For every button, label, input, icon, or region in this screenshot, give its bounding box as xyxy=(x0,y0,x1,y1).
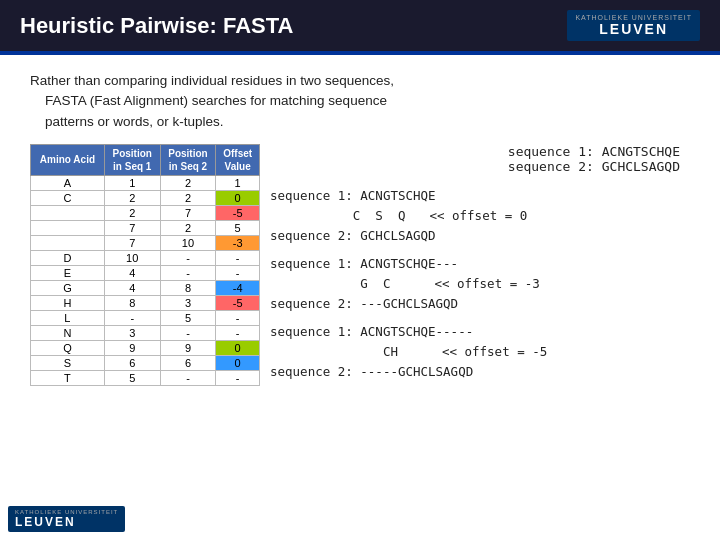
intro-paragraph: Rather than comparing individual residue… xyxy=(30,71,690,132)
table-cell-12-pos1: 6 xyxy=(104,355,160,370)
table-row: N3-- xyxy=(31,325,260,340)
logo-top-text: KATHOLIEKE UNIVERSITEIT xyxy=(575,14,692,21)
table-cell-10-pos2: - xyxy=(160,325,216,340)
table-row: H83-5 xyxy=(31,295,260,310)
bottom-logo-bottom: LEUVEN xyxy=(15,515,118,529)
table-cell-4-aa xyxy=(31,235,105,250)
alignment-section: sequence 1: ACNGTSCHQE C S Q<< offset = … xyxy=(270,182,690,390)
table-cell-7-pos1: 4 xyxy=(104,280,160,295)
table-cell-10-pos1: 3 xyxy=(104,325,160,340)
table-cell-5-offset: - xyxy=(216,250,260,265)
table-cell-0-pos2: 2 xyxy=(160,175,216,190)
table-row: L-5- xyxy=(31,310,260,325)
page-title: Heuristic Pairwise: FASTA xyxy=(20,13,293,39)
table-cell-8-pos1: 8 xyxy=(104,295,160,310)
table-cell-1-offset: 0 xyxy=(216,190,260,205)
table-cell-11-offset: 0 xyxy=(216,340,260,355)
table-row: Q990 xyxy=(31,340,260,355)
table-row: E4-- xyxy=(31,265,260,280)
col-amino-acid: Amino Acid xyxy=(31,144,105,175)
table-cell-7-pos2: 8 xyxy=(160,280,216,295)
table-cell-8-pos2: 3 xyxy=(160,295,216,310)
table-cell-10-offset: - xyxy=(216,325,260,340)
page-header: Heuristic Pairwise: FASTA KATHOLIEKE UNI… xyxy=(0,0,720,51)
align-seq2-2: sequence 2: -----GCHCLSAGQD xyxy=(270,362,690,382)
table-container: Amino Acid Positionin Seq 1 Positionin S… xyxy=(30,144,260,390)
col-offset: OffsetValue xyxy=(216,144,260,175)
table-cell-2-offset: -5 xyxy=(216,205,260,220)
table-cell-7-offset: -4 xyxy=(216,280,260,295)
table-cell-5-pos1: 10 xyxy=(104,250,160,265)
table-cell-13-aa: T xyxy=(31,370,105,385)
table-cell-9-aa: L xyxy=(31,310,105,325)
amino-acid-table: Amino Acid Positionin Seq 1 Positionin S… xyxy=(30,144,260,386)
table-cell-12-offset: 0 xyxy=(216,355,260,370)
table-row: D10-- xyxy=(31,250,260,265)
table-row: A121 xyxy=(31,175,260,190)
table-cell-3-pos2: 2 xyxy=(160,220,216,235)
align-middle-1: G C<< offset = -3 xyxy=(270,274,690,294)
table-cell-0-aa: A xyxy=(31,175,105,190)
table-row: S660 xyxy=(31,355,260,370)
table-cell-11-aa: Q xyxy=(31,340,105,355)
col-pos-seq2: Positionin Seq 2 xyxy=(160,144,216,175)
table-cell-4-pos1: 7 xyxy=(104,235,160,250)
align-seq1-2: sequence 1: ACNGTSCHQE----- xyxy=(270,322,690,342)
table-cell-2-aa xyxy=(31,205,105,220)
table-cell-0-offset: 1 xyxy=(216,175,260,190)
table-row: 27-5 xyxy=(31,205,260,220)
table-cell-0-pos1: 1 xyxy=(104,175,160,190)
table-cell-12-aa: S xyxy=(31,355,105,370)
table-cell-6-pos1: 4 xyxy=(104,265,160,280)
table-cell-8-aa: H xyxy=(31,295,105,310)
table-cell-13-pos2: - xyxy=(160,370,216,385)
table-row: 725 xyxy=(31,220,260,235)
table-cell-4-offset: -3 xyxy=(216,235,260,250)
align-block-2: sequence 1: ACNGTSCHQE----- CH<< offset … xyxy=(270,322,690,382)
table-cell-5-pos2: - xyxy=(160,250,216,265)
offset-label-1: << offset = -3 xyxy=(434,274,539,294)
table-row: 710-3 xyxy=(31,235,260,250)
align-block-1: sequence 1: ACNGTSCHQE--- G C<< offset =… xyxy=(270,254,690,314)
table-cell-4-pos2: 10 xyxy=(160,235,216,250)
offset-label-0: << offset = 0 xyxy=(429,206,527,226)
seq1-label: sequence 1: ACNGTSCHQE xyxy=(270,144,680,159)
table-cell-1-aa: C xyxy=(31,190,105,205)
seq-labels: sequence 1: ACNGTSCHQE sequence 2: GCHCL… xyxy=(270,144,690,174)
align-seq1-0: sequence 1: ACNGTSCHQE xyxy=(270,186,690,206)
table-cell-9-pos2: 5 xyxy=(160,310,216,325)
right-panel: sequence 1: ACNGTSCHQE sequence 2: GCHCL… xyxy=(270,144,690,390)
table-cell-10-aa: N xyxy=(31,325,105,340)
table-cell-6-offset: - xyxy=(216,265,260,280)
table-cell-8-offset: -5 xyxy=(216,295,260,310)
align-seq2-1: sequence 2: ---GCHCLSAGQD xyxy=(270,294,690,314)
main-content: Rather than comparing individual residue… xyxy=(0,55,720,400)
table-row: C220 xyxy=(31,190,260,205)
align-seq2-0: sequence 2: GCHCLSAGQD xyxy=(270,226,690,246)
align-middle-0: C S Q<< offset = 0 xyxy=(270,206,690,226)
table-cell-5-aa: D xyxy=(31,250,105,265)
table-cell-6-aa: E xyxy=(31,265,105,280)
table-cell-7-aa: G xyxy=(31,280,105,295)
logo-bottom-text: LEUVEN xyxy=(599,21,668,37)
align-middle-2: CH<< offset = -5 xyxy=(270,342,690,362)
bottom-logo: KATHOLIEKE UNIVERSITEIT LEUVEN xyxy=(8,506,125,532)
table-cell-9-pos1: - xyxy=(104,310,160,325)
col-pos-seq1: Positionin Seq 1 xyxy=(104,144,160,175)
table-cell-11-pos2: 9 xyxy=(160,340,216,355)
offset-label-2: << offset = -5 xyxy=(442,342,547,362)
align-block-0: sequence 1: ACNGTSCHQE C S Q<< offset = … xyxy=(270,186,690,246)
table-row: G48-4 xyxy=(31,280,260,295)
table-row: T5-- xyxy=(31,370,260,385)
table-cell-13-offset: - xyxy=(216,370,260,385)
table-cell-6-pos2: - xyxy=(160,265,216,280)
table-cell-1-pos1: 2 xyxy=(104,190,160,205)
table-cell-3-aa xyxy=(31,220,105,235)
table-cell-9-offset: - xyxy=(216,310,260,325)
table-cell-12-pos2: 6 xyxy=(160,355,216,370)
table-cell-2-pos1: 2 xyxy=(104,205,160,220)
table-cell-3-offset: 5 xyxy=(216,220,260,235)
table-cell-13-pos1: 5 xyxy=(104,370,160,385)
table-cell-3-pos1: 7 xyxy=(104,220,160,235)
university-logo: KATHOLIEKE UNIVERSITEIT LEUVEN xyxy=(567,10,700,41)
